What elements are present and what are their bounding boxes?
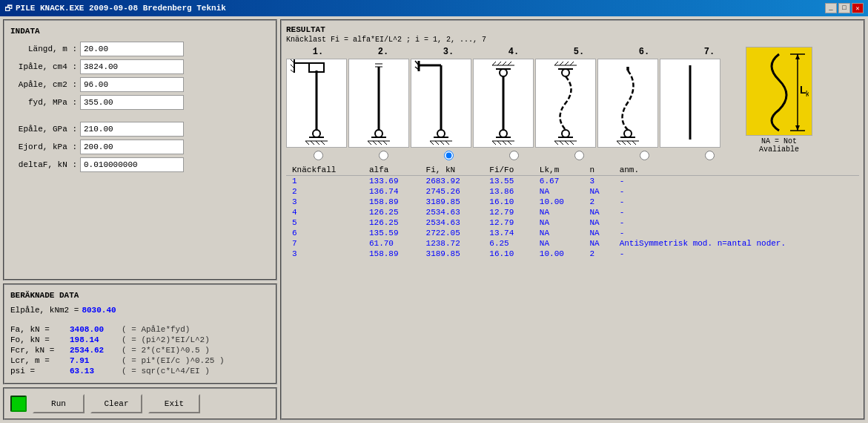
field-deltaf: deltaF, kN : xyxy=(10,157,270,172)
ipale-input[interactable] xyxy=(80,59,184,74)
fo-formula: ( = (pi^2)*EI/L^2) xyxy=(122,335,210,344)
radio-cell-3[interactable] xyxy=(417,151,480,160)
svg-point-44 xyxy=(500,69,507,76)
radio-cell-6[interactable] xyxy=(612,151,676,160)
resultat-title: RESULTAT xyxy=(286,25,859,34)
fa-formula: ( = Apåle*fyd) xyxy=(122,325,190,334)
indata-title: INDATA xyxy=(10,27,270,36)
table-row: 7 61.70 1238.72 6.25 NA NA AntiSymmetris… xyxy=(286,238,859,249)
apale-label: Apåle, cm2 : xyxy=(10,80,77,89)
svg-line-56 xyxy=(560,141,563,145)
diagram-3 xyxy=(411,59,471,148)
radio-3[interactable] xyxy=(444,151,454,160)
cell-fi-kn: 2745.26 xyxy=(420,186,484,197)
svg-line-69 xyxy=(617,141,620,145)
cell-anm: - xyxy=(614,217,859,228)
langd-input[interactable] xyxy=(80,42,184,56)
radio-cell-7[interactable] xyxy=(677,151,741,160)
cell-n: NA xyxy=(583,207,613,217)
cell-fi-kn: 2683.92 xyxy=(420,176,484,187)
field-epale: Epåle, GPa : xyxy=(10,122,270,137)
diagram-num-7: 7. xyxy=(677,47,741,57)
col-knackfall: Knäckfall xyxy=(286,165,363,176)
fa-value: 3408.00 xyxy=(70,325,122,334)
svg-line-62 xyxy=(554,62,558,65)
cell-fi-fo: 16.10 xyxy=(483,197,534,207)
apale-input[interactable] xyxy=(80,77,184,92)
svg-line-17 xyxy=(368,141,371,145)
cell-alfa: 136.74 xyxy=(363,186,420,197)
cell-fi-fo: 13.55 xyxy=(483,176,534,187)
svg-line-41 xyxy=(497,141,501,145)
lk-diagram: L k xyxy=(746,47,812,136)
cell-knackfall: 6 xyxy=(286,228,363,238)
radio-cell-1[interactable] xyxy=(286,151,350,160)
svg-line-5 xyxy=(316,141,319,145)
svg-point-29 xyxy=(437,130,445,137)
svg-line-64 xyxy=(565,62,569,65)
radio-4[interactable] xyxy=(509,151,519,160)
radio-1[interactable] xyxy=(314,151,323,160)
diagram-num-4: 4. xyxy=(482,47,546,57)
maximize-button[interactable]: □ xyxy=(838,3,850,13)
cell-alfa: 61.70 xyxy=(363,238,420,249)
cell-knackfall: 2 xyxy=(286,186,363,197)
radio-2[interactable] xyxy=(379,151,388,160)
field-ejord: Ejord, kPa : xyxy=(10,140,270,154)
run-button[interactable]: Run xyxy=(33,394,85,413)
col-fi-kn: Fi, kN xyxy=(420,165,484,176)
clear-button[interactable]: Clear xyxy=(90,394,142,413)
cell-anm: - xyxy=(614,197,859,207)
langd-label: Längd, m : xyxy=(10,45,77,53)
svg-line-43 xyxy=(508,141,511,145)
diagram-2 xyxy=(348,59,409,148)
svg-point-66 xyxy=(624,130,632,137)
svg-line-55 xyxy=(554,141,558,145)
svg-line-65 xyxy=(570,62,574,65)
diagram-1 xyxy=(286,59,347,148)
elpale-label: Elpåle, kNm2 = xyxy=(10,306,79,315)
psi-formula: ( = sqr(c*L^4/EI ) xyxy=(122,367,210,376)
cell-knackfall: 1 xyxy=(286,176,363,187)
radio-cell-5[interactable] xyxy=(547,151,611,160)
svg-line-35 xyxy=(445,141,449,145)
formula-text: Knäcklast Fi = alfa*EI/L^2 ; i = 1, 2, .… xyxy=(286,36,859,44)
cell-fi-kn: 2722.05 xyxy=(420,228,484,238)
cell-alfa: 126.25 xyxy=(363,207,420,217)
cell-fi-kn: 1238.72 xyxy=(420,238,484,249)
cell-n: NA xyxy=(583,217,613,228)
cell-n: 3 xyxy=(583,176,613,187)
table-row: 5 126.25 2534.63 12.79 NA NA - xyxy=(286,217,859,228)
cell-fi-fo: 12.79 xyxy=(483,217,534,228)
svg-line-71 xyxy=(627,141,631,145)
radio-5[interactable] xyxy=(574,151,584,160)
radio-7[interactable] xyxy=(705,151,715,160)
minimize-button[interactable]: _ xyxy=(825,3,837,13)
cell-fi-fo: 13.86 xyxy=(483,186,534,197)
svg-line-33 xyxy=(435,141,439,145)
svg-line-40 xyxy=(492,141,496,145)
beraknade-section: BERÄKNADE DATA Elpåle, kNm2 = 8030.40 Fa… xyxy=(3,283,277,384)
radio-cell-2[interactable] xyxy=(351,151,415,160)
radio-cell-4[interactable] xyxy=(482,151,546,160)
cell-lk-m: NA xyxy=(534,238,584,249)
na-label: NA = Not Avaliable xyxy=(746,137,812,154)
svg-line-6 xyxy=(321,141,325,145)
exit-button[interactable]: Exit xyxy=(148,394,200,413)
cell-anm: - xyxy=(614,249,859,259)
cell-alfa: 133.69 xyxy=(363,176,420,187)
fyd-input[interactable] xyxy=(80,95,184,110)
table-row: 6 135.59 2722.05 13.74 NA NA - xyxy=(286,228,859,238)
diagram-num-2: 2. xyxy=(351,47,415,57)
cell-alfa: 126.25 xyxy=(363,217,420,228)
cell-lk-m: 10.00 xyxy=(534,249,584,259)
cell-n: NA xyxy=(583,186,613,197)
deltaf-input[interactable] xyxy=(80,157,184,172)
svg-line-18 xyxy=(373,141,377,145)
col-n: n xyxy=(583,165,613,176)
close-button[interactable]: ✕ xyxy=(852,3,864,13)
ejord-input[interactable] xyxy=(80,140,184,154)
cell-lk-m: 6.67 xyxy=(534,176,584,187)
radio-6[interactable] xyxy=(640,151,649,160)
epale-input[interactable] xyxy=(80,122,184,137)
